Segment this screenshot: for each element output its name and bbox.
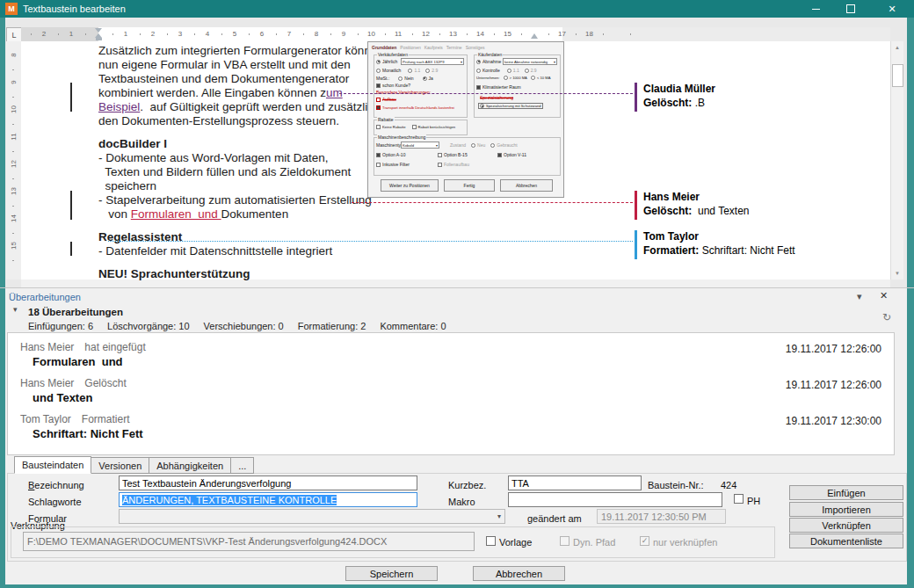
revision-detail: und Texten xyxy=(33,391,92,404)
ph-label: PH xyxy=(747,496,760,506)
speichern-button[interactable]: Speichern xyxy=(345,566,438,581)
title-bar: M Textbaustein bearbeiten ✕ xyxy=(0,0,914,18)
label: Zustand xyxy=(450,142,466,148)
ruler-number: 9 xyxy=(340,30,347,38)
dyn-pfad-checkbox[interactable] xyxy=(560,536,569,546)
revision-entry-header: Tom TaylorFormatiert xyxy=(20,413,129,425)
revision-color-bar xyxy=(635,83,637,112)
dyn-pfad-label: Dyn. Pfad xyxy=(573,537,615,548)
ruler-tick xyxy=(85,33,86,35)
minimize-button[interactable] xyxy=(802,0,829,18)
doc-line: - Datenfelder mit Datenschnittstelle int… xyxy=(98,244,626,258)
importieren-button[interactable]: Importieren xyxy=(789,502,903,517)
doc-text-segment: Zusätzlich zum integrierten Formulargene… xyxy=(98,44,384,57)
nur-verknupfen-checkbox[interactable]: ✓ xyxy=(640,536,649,546)
checkbox-label: Aufbau xyxy=(382,97,396,102)
ruler-tick xyxy=(548,33,549,35)
verknupfen-button[interactable]: Verknüpfen xyxy=(789,518,903,533)
chevron-down-icon: ▾ xyxy=(554,60,555,64)
ph-checkbox[interactable] xyxy=(734,494,744,504)
margin-note: Claudia MüllerGelöscht: .B xyxy=(635,82,889,110)
margin-note-author: Hans Meier xyxy=(643,190,889,204)
checkbox-icon xyxy=(376,153,381,157)
right-indent-marker[interactable] xyxy=(531,33,538,39)
radio-label: 1.1 xyxy=(513,68,519,73)
radio-icon xyxy=(480,104,484,108)
ruler-tick xyxy=(31,33,32,35)
chevron-down-icon: ▾ xyxy=(461,60,462,64)
collapse-chevron-icon[interactable]: ▾ xyxy=(13,305,18,314)
doc-text-segment: Texten und Bildern füllen und als Zieldo… xyxy=(98,165,351,178)
radio-label: Spezialsicherung mit Schutzwand xyxy=(486,104,541,108)
close-button[interactable]: ✕ xyxy=(879,0,905,18)
ruler-tick xyxy=(12,178,14,179)
revision-entry[interactable]: Hans MeierGelöschtund Texten19.11.2017 1… xyxy=(8,377,894,409)
revision-action: hat eingefügt xyxy=(84,341,145,353)
checkbox-label: Folienaufbau xyxy=(444,162,469,167)
checkbox-icon xyxy=(376,83,381,88)
schlagworte-input[interactable]: ÄNDERUNGEN, TEXTBAUSTEINE KONTROLLE xyxy=(119,492,417,507)
doc-text-segment: Beispiel xyxy=(98,100,140,113)
ruler-tick xyxy=(630,33,631,35)
vertical-scrollbar[interactable]: ▲ ▼ xyxy=(890,41,903,279)
ruler-tick xyxy=(276,33,277,35)
revision-color-bar xyxy=(635,191,637,220)
doc-text-segment: von xyxy=(98,207,131,221)
maximize-button[interactable] xyxy=(838,0,864,18)
ruler-tick xyxy=(12,260,14,261)
label: Besondere Vereinbarungen: xyxy=(376,90,431,95)
embedded-tab-sonstiges: Sonstiges xyxy=(466,45,485,50)
horizontal-ruler[interactable]: 211234567891011121314151718 xyxy=(21,27,890,41)
group-title: Maschinenbeschreibung xyxy=(377,134,426,140)
revisions-panel-title: Überarbeitungen xyxy=(9,292,81,302)
radio-label: 2.9 xyxy=(531,68,537,73)
revision-entry[interactable]: Hans Meierhat eingefügtFormularen und19.… xyxy=(8,341,894,373)
einfugen-button[interactable]: Einfügen xyxy=(789,485,903,500)
abbrechen-button[interactable]: Abbrechen xyxy=(473,566,565,581)
dokumentenliste-button[interactable]: Dokumentenliste xyxy=(789,534,903,548)
ruler-tick xyxy=(140,33,141,35)
change-bar xyxy=(70,242,72,256)
ruler-tick xyxy=(112,33,113,35)
ruler-tick xyxy=(221,33,222,35)
makro-input[interactable] xyxy=(508,492,722,507)
radio-label: 2.9 xyxy=(432,68,438,73)
scrollbar-thumb[interactable] xyxy=(892,64,903,87)
checkbox-icon xyxy=(376,125,381,129)
formular-dropdown[interactable]: ▾ xyxy=(119,509,505,524)
nur-verknupfen-label: nur verknüpfen xyxy=(653,537,717,548)
group-title: Käuferdaten xyxy=(477,52,503,57)
revision-entry[interactable]: Tom TaylorFormatiertSchriftart: Nicht Fe… xyxy=(8,413,894,445)
left-indent-marker[interactable] xyxy=(96,38,102,40)
margin-note-detail: Formatiert: Schriftart: Nicht Fett xyxy=(643,243,889,258)
kurzbez-label: Kurzbez. xyxy=(448,480,486,490)
ruler-tick xyxy=(330,33,331,35)
revision-leader-line xyxy=(108,241,633,242)
ruler-tick xyxy=(358,33,359,35)
radio-icon xyxy=(376,60,381,64)
bezeichnung-input[interactable]: Test Textbaustein Änderungsverfolgung xyxy=(119,475,417,490)
radio-icon xyxy=(423,76,427,81)
revisions-count: 18 Überarbeitungen xyxy=(28,307,123,317)
tab-more[interactable]: ... xyxy=(230,457,254,474)
margin-note-detail: Gelöscht: .B xyxy=(643,96,889,110)
tab-versionen[interactable]: Versionen xyxy=(91,457,149,474)
ruler-tick xyxy=(576,33,577,35)
first-line-indent-marker[interactable] xyxy=(95,28,102,33)
scroll-up-icon[interactable]: ▲ xyxy=(891,41,903,54)
refresh-icon[interactable]: ↻ xyxy=(882,311,891,323)
scroll-down-icon[interactable]: ▼ xyxy=(891,267,903,279)
radio-label: Nein xyxy=(404,76,413,81)
vorlage-checkbox[interactable] xyxy=(486,536,496,546)
bezeichnung-value: Test Textbaustein Änderungsverfolgung xyxy=(122,478,291,489)
chevron-down-icon[interactable]: ▾ xyxy=(857,291,862,302)
margin-note-author: Tom Taylor xyxy=(643,229,889,243)
kurzbez-input[interactable]: TTA xyxy=(508,475,642,490)
tab-abhangigkeiten[interactable]: Abhängigkeiten xyxy=(149,457,231,474)
checkbox-label: schon Kunde? xyxy=(382,83,410,88)
ruler-tick xyxy=(194,33,195,35)
checkbox-label: Rabatt berücksichtigen xyxy=(418,125,456,129)
revisions-list[interactable]: Hans Meierhat eingefügtFormularen und19.… xyxy=(7,332,895,455)
tab-bausteindaten[interactable]: Bausteindaten xyxy=(14,456,91,474)
close-panel-icon[interactable]: ✕ xyxy=(880,290,888,301)
